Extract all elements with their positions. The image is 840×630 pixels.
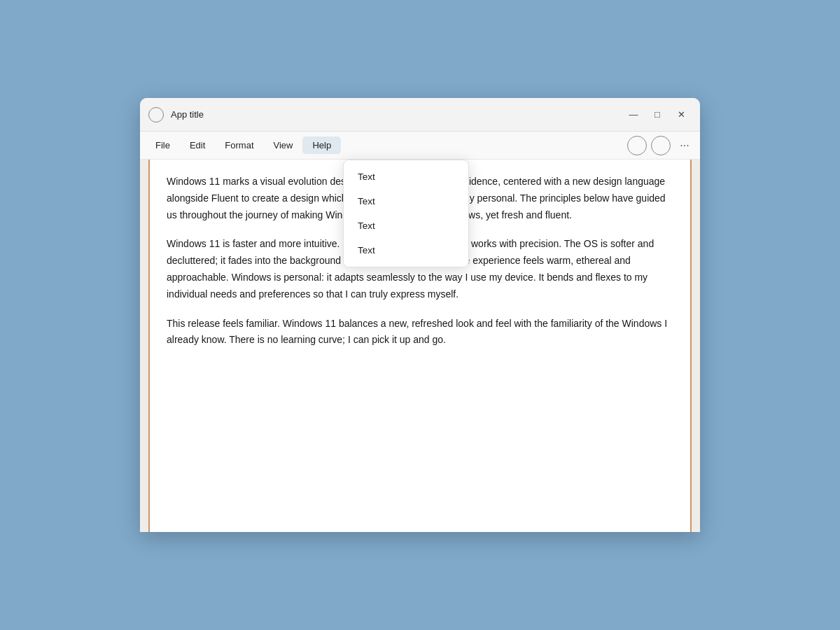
menu-item-edit[interactable]: Edit [180, 136, 215, 154]
menu-item-view[interactable]: View [264, 136, 303, 154]
window-controls: — □ ✕ [623, 104, 692, 125]
maximize-button[interactable]: □ [647, 104, 668, 125]
app-window: App title — □ ✕ File Edit Format View He… [140, 98, 700, 532]
menu-items: File Edit Format View Help [146, 136, 627, 154]
menu-item-help[interactable]: Help [302, 136, 341, 154]
left-margin [140, 160, 150, 532]
menu-right-controls: ··· [627, 136, 694, 155]
close-button[interactable]: ✕ [671, 104, 692, 125]
paragraph-3: This release feels familiar. Windows 11 … [167, 316, 673, 349]
app-icon [148, 107, 164, 122]
menu-item-file[interactable]: File [146, 136, 180, 154]
right-margin [690, 160, 700, 532]
dropdown-overlay: Text Text Text Text [343, 160, 469, 267]
circle-button-1[interactable] [627, 136, 647, 155]
circle-button-2[interactable] [651, 136, 671, 155]
menu-item-format[interactable]: Format [215, 136, 263, 154]
dropdown-item-2[interactable]: Text [344, 214, 468, 238]
more-options-button[interactable]: ··· [675, 136, 694, 155]
dropdown-item-1[interactable]: Text [344, 189, 468, 214]
dropdown-item-0[interactable]: Text [344, 164, 468, 189]
minimize-button[interactable]: — [623, 104, 644, 125]
window-title: App title [171, 109, 623, 120]
title-bar: App title — □ ✕ [140, 98, 700, 132]
dropdown-item-3[interactable]: Text [344, 238, 468, 262]
help-dropdown-menu: Text Text Text Text [343, 160, 469, 267]
menu-bar: File Edit Format View Help ··· Text Text… [140, 132, 700, 160]
